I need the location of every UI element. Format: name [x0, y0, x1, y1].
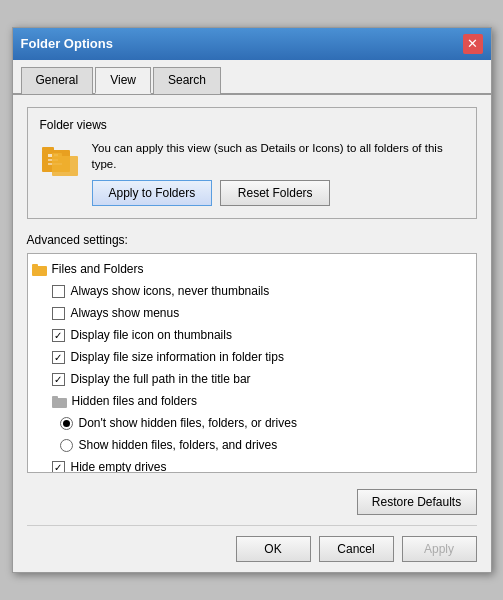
title-bar: Folder Options ✕	[13, 28, 491, 60]
category-label: Files and Folders	[52, 260, 144, 278]
setting-label: Display the full path in the title bar	[71, 370, 251, 388]
folder-buttons: Apply to Folders Reset Folders	[92, 180, 464, 206]
tabs-bar: General View Search	[13, 60, 491, 95]
close-button[interactable]: ✕	[463, 34, 483, 54]
list-item[interactable]: Show hidden files, folders, and drives	[28, 434, 476, 456]
folder-options-window: Folder Options ✕ General View Search Fol…	[12, 27, 492, 573]
ok-button[interactable]: OK	[236, 536, 311, 562]
svg-rect-7	[52, 153, 62, 157]
settings-list[interactable]: Files and Folders Always show icons, nev…	[27, 253, 477, 473]
apply-to-folders-button[interactable]: Apply to Folders	[92, 180, 213, 206]
cancel-button[interactable]: Cancel	[319, 536, 394, 562]
setting-label: Always show icons, never thumbnails	[71, 282, 270, 300]
radio-icon[interactable]	[60, 439, 73, 452]
subcategory-label: Hidden files and folders	[72, 392, 197, 410]
svg-rect-2	[48, 154, 52, 157]
setting-label: Display file icon on thumbnails	[71, 326, 232, 344]
list-item[interactable]: Display file size information in folder …	[28, 346, 476, 368]
checkbox-icon[interactable]	[52, 351, 65, 364]
reset-folders-button[interactable]: Reset Folders	[220, 180, 330, 206]
folder-views-right: You can apply this view (such as Details…	[92, 140, 464, 206]
folder-views-title: Folder views	[40, 118, 464, 132]
folder-views-description: You can apply this view (such as Details…	[92, 140, 464, 172]
checkbox-icon[interactable]	[52, 307, 65, 320]
list-item[interactable]: Display the full path in the title bar	[28, 368, 476, 390]
list-item[interactable]: Always show icons, never thumbnails	[28, 280, 476, 302]
list-item[interactable]: Don't show hidden files, folders, or dri…	[28, 412, 476, 434]
setting-label: Display file size information in folder …	[71, 348, 284, 366]
list-item: Files and Folders	[28, 258, 476, 280]
checkbox-icon[interactable]	[52, 461, 65, 474]
radio-icon[interactable]	[60, 417, 73, 430]
svg-rect-8	[32, 266, 47, 276]
window-title: Folder Options	[21, 36, 113, 51]
list-item[interactable]: Display file icon on thumbnails	[28, 324, 476, 346]
setting-label: Don't show hidden files, folders, or dri…	[79, 414, 297, 432]
folder-views-section: Folder views	[27, 107, 477, 219]
tab-general[interactable]: General	[21, 67, 94, 94]
dialog-buttons: OK Cancel Apply	[27, 525, 477, 562]
subcategory-folder-icon	[52, 394, 68, 408]
folder-views-inner: You can apply this view (such as Details…	[40, 140, 464, 206]
folder-icon	[40, 140, 80, 178]
checkbox-icon[interactable]	[52, 373, 65, 386]
svg-rect-10	[52, 398, 67, 408]
bottom-area: Restore Defaults OK Cancel Apply	[13, 481, 491, 572]
svg-rect-11	[52, 396, 58, 399]
restore-defaults-button[interactable]: Restore Defaults	[357, 489, 477, 515]
setting-label: Show hidden files, folders, and drives	[79, 436, 278, 454]
apply-button[interactable]: Apply	[402, 536, 477, 562]
svg-rect-6	[52, 156, 78, 176]
list-item: Hidden files and folders	[28, 390, 476, 412]
list-item[interactable]: Always show menus	[28, 302, 476, 324]
setting-label: Hide empty drives	[71, 458, 167, 473]
svg-rect-9	[32, 264, 38, 267]
tab-view[interactable]: View	[95, 67, 151, 94]
checkbox-icon[interactable]	[52, 285, 65, 298]
restore-defaults-row: Restore Defaults	[27, 489, 477, 515]
tab-search[interactable]: Search	[153, 67, 221, 94]
setting-label: Always show menus	[71, 304, 180, 322]
category-folder-icon	[32, 262, 48, 276]
advanced-settings-label: Advanced settings:	[27, 233, 477, 247]
checkbox-icon[interactable]	[52, 329, 65, 342]
list-item[interactable]: Hide empty drives	[28, 456, 476, 473]
svg-rect-1	[42, 147, 54, 151]
tab-content-view: Folder views	[13, 95, 491, 481]
